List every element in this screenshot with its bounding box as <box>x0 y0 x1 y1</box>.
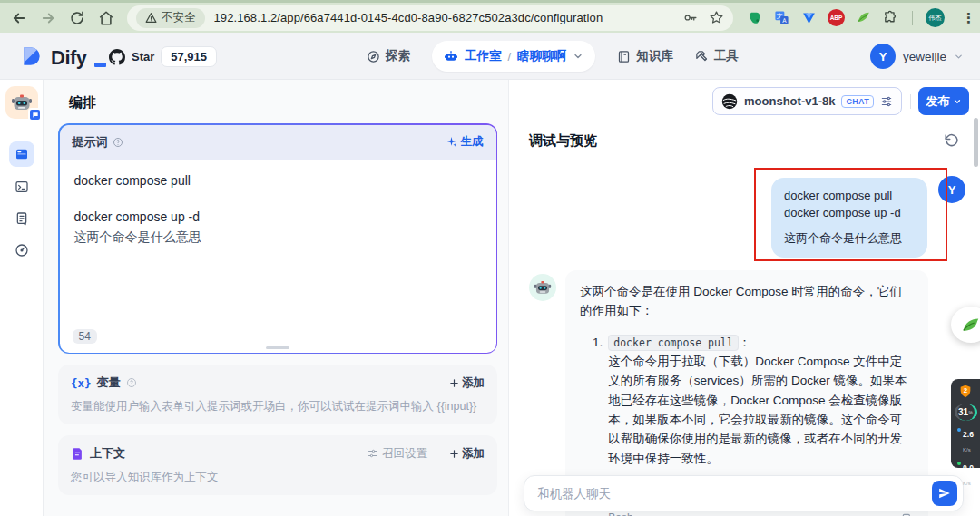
app-header: Dify Star 57,915 探索 工作室 / 瞎聊聊啊 知识库 工具 Y … <box>0 33 980 80</box>
insecure-label: 不安全 <box>162 10 196 25</box>
translate-extension-icon[interactable]: 文A <box>773 9 790 26</box>
dify-logo[interactable]: Dify <box>20 44 106 68</box>
nav-studio-active[interactable]: 工作室 / 瞎聊聊啊 <box>432 41 595 72</box>
rail-api-button[interactable] <box>9 174 34 200</box>
send-button[interactable] <box>932 481 957 506</box>
download-value: 2.6 <box>963 430 974 439</box>
bot-robot-icon <box>534 278 552 297</box>
debug-title: 调试与预览 <box>529 132 597 150</box>
nav-explore[interactable]: 探索 <box>367 48 410 64</box>
add-context-button[interactable]: 添加 <box>449 446 485 462</box>
moonshot-logo-icon <box>721 93 738 110</box>
resize-handle[interactable] <box>266 346 289 349</box>
user-message-line: docker compose pull <box>784 188 915 205</box>
browser-menu-icon[interactable]: ⋮ <box>962 11 975 24</box>
info-icon[interactable] <box>113 137 123 148</box>
address-bar[interactable]: 不安全 192.168.1.2/app/66a7441d-0145-4cd0-8… <box>127 5 733 31</box>
evernote-extension-icon[interactable] <box>746 9 763 26</box>
context-description: 您可以导入知识库作为上下文 <box>71 470 485 485</box>
password-key-icon[interactable] <box>682 10 698 25</box>
github-star-button[interactable]: Star 57,915 <box>109 46 217 67</box>
prompt-card-header: 提示词 生成 <box>60 125 496 160</box>
cpu-unit: % <box>969 410 973 415</box>
download-dot-icon <box>957 428 961 432</box>
inline-code: docker compose pull <box>608 335 739 351</box>
upload-dot-icon <box>957 462 961 465</box>
info-icon[interactable] <box>126 377 137 388</box>
nav-studio-label: 工作室 <box>465 48 502 64</box>
user-message-line: docker compose up -d <box>784 205 915 222</box>
cpu-value: 31 <box>958 407 968 417</box>
leaf-icon <box>961 315 980 335</box>
adblock-extension-icon[interactable]: ABP <box>828 9 845 26</box>
user-message-question: 这两个命令是什么意思 <box>784 230 915 248</box>
github-icon <box>109 49 125 65</box>
context-section: 上下文 召回设置 添加 您可以导入知识库作为上下文 <box>58 435 497 495</box>
system-monitor-widget[interactable]: 2 31% 2.6K/s 0.0K/s <box>951 379 980 468</box>
send-plane-icon <box>938 487 951 500</box>
publish-button[interactable]: 发布 <box>918 87 969 115</box>
nav-explore-label: 探索 <box>386 48 410 64</box>
user-name: yeweijie <box>903 50 946 63</box>
url-text[interactable]: 192.168.1.2/app/66a7441d-0145-4cd0-8a90-… <box>214 11 678 24</box>
insecure-chip[interactable]: 不安全 <box>136 8 205 28</box>
star-count: 57,915 <box>161 46 217 67</box>
rail-monitoring-button[interactable] <box>9 238 34 263</box>
chat-input-bar <box>524 475 964 511</box>
rail-orchestrate-button[interactable] <box>9 141 34 167</box>
add-context-label: 添加 <box>462 446 485 462</box>
svg-text:A: A <box>782 17 787 24</box>
nav-tools[interactable]: 工具 <box>695 48 739 64</box>
alert-count: 2 <box>958 386 973 394</box>
copy-icon[interactable] <box>901 512 914 516</box>
toolbar-separator <box>912 11 913 25</box>
upload-speed: 0.0K/s <box>957 459 974 488</box>
scrollbar-thumb[interactable] <box>974 118 978 167</box>
user-message-avatar: Y <box>938 176 965 203</box>
variables-icon: {x} <box>71 376 92 390</box>
nav-knowledge[interactable]: 知识库 <box>617 48 673 64</box>
model-selector[interactable]: moonshot-v1-8k CHAT <box>712 87 902 115</box>
add-variable-label: 添加 <box>462 375 485 391</box>
add-variable-button[interactable]: 添加 <box>449 375 485 391</box>
restart-conversation-icon[interactable] <box>944 132 960 149</box>
security-shield-icon: 2 <box>958 384 973 399</box>
recall-settings-button[interactable]: 召回设置 <box>368 446 427 462</box>
debug-preview-panel: moonshot-v1-8k CHAT 发布 调试与预览 docker comp… <box>508 80 980 516</box>
sparkle-icon <box>446 136 457 148</box>
gauge-compass-icon <box>15 243 29 258</box>
prompt-title: 提示词 <box>73 134 108 151</box>
v-extension-icon[interactable] <box>800 9 818 26</box>
chevron-down-icon <box>953 97 962 106</box>
reload-icon[interactable] <box>69 10 85 26</box>
terminal-icon <box>15 180 29 194</box>
extensions-puzzle-icon[interactable] <box>882 9 899 26</box>
main-nav: 探索 工作室 / 瞎聊聊啊 知识库 工具 <box>367 33 739 80</box>
chevron-down-icon[interactable] <box>573 51 583 62</box>
model-params-sliders-icon[interactable] <box>880 95 893 108</box>
app-avatar[interactable] <box>5 86 38 119</box>
bookmark-star-icon[interactable] <box>709 10 724 25</box>
generate-button[interactable]: 生成 <box>446 134 484 150</box>
dify-logo-icon <box>20 44 44 68</box>
account-menu[interactable]: Y yeweijie <box>870 44 964 69</box>
browser-profile-avatar[interactable]: 伟杰 <box>926 8 945 27</box>
variables-title: 变量 <box>97 375 121 391</box>
hammer-icon <box>695 50 709 63</box>
prompt-textarea[interactable]: docker compose pull docker compose up -d… <box>60 160 496 246</box>
current-app-name[interactable]: 瞎聊聊啊 <box>517 48 566 64</box>
chat-input[interactable] <box>537 487 932 501</box>
home-icon[interactable] <box>98 10 114 26</box>
model-type-badge: CHAT <box>841 95 874 108</box>
list-body-text: 这个命令用于拉取（下载）Docker Compose 文件中定义的所有服务（se… <box>608 352 914 468</box>
cpu-gauge: 31% <box>955 404 977 421</box>
star-label: Star <box>132 50 154 63</box>
bird-extension-icon[interactable] <box>855 9 872 26</box>
plus-icon <box>449 449 459 459</box>
context-title: 上下文 <box>90 445 125 462</box>
back-icon[interactable] <box>11 10 27 26</box>
forward-icon[interactable] <box>40 10 56 26</box>
logs-document-icon <box>15 211 29 226</box>
rail-logs-button[interactable] <box>9 206 34 231</box>
extensions-row: 文A ABP 伟杰 ⋮ <box>746 8 975 27</box>
